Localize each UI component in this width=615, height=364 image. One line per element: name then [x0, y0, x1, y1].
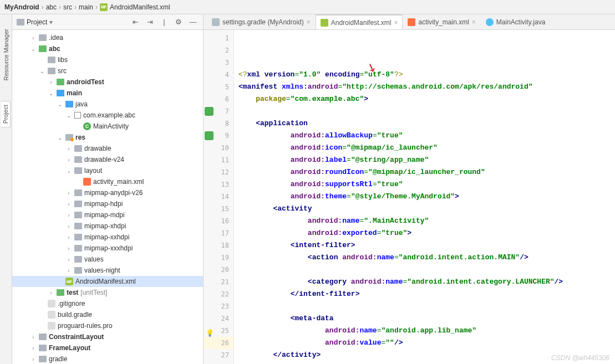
line-number[interactable]: 25💡 [204, 325, 233, 337]
tree-item[interactable]: ⌄res [12, 132, 203, 143]
tree-twisty-icon[interactable]: › [65, 146, 72, 152]
code-line[interactable]: <action android:name="android.intent.act… [238, 252, 611, 264]
breadcrumb-item[interactable]: AndroidManifest.xml [110, 3, 170, 11]
tree-item[interactable]: ›values [12, 254, 203, 265]
line-number[interactable]: 20 [204, 264, 233, 276]
tree-twisty-icon[interactable]: › [65, 201, 72, 207]
line-number[interactable]: 8 [204, 117, 233, 130]
tree-twisty-icon[interactable]: ⌄ [65, 168, 72, 174]
tree-item[interactable]: ⌄abc [12, 43, 203, 54]
code-line[interactable]: android:allowBackup="true" [238, 130, 611, 142]
editor-tab[interactable]: MainActivity.java [481, 14, 550, 29]
gear-icon[interactable]: ⚙ [173, 17, 184, 28]
line-number[interactable]: 7 [204, 105, 233, 117]
editor-tab[interactable]: activity_main.xml× [403, 14, 480, 29]
tree-item[interactable]: ›androidTest [12, 76, 203, 88]
code-line[interactable]: android:name=".MainActivity" [238, 215, 611, 227]
tree-item[interactable]: proguard-rules.pro [12, 320, 203, 331]
code-line[interactable]: <intent-filter> [238, 239, 611, 252]
tree-twisty-icon[interactable]: ⌄ [65, 112, 72, 119]
tree-item[interactable]: build.gradle [12, 309, 203, 320]
tree-item[interactable]: ›.idea [12, 32, 203, 43]
line-number[interactable]: 15 [204, 203, 233, 215]
line-number[interactable]: 16 [204, 215, 233, 227]
tree-item[interactable]: ›mipmap-xxxhdpi [12, 243, 203, 254]
line-number[interactable]: 26 [204, 337, 233, 349]
tree-twisty-icon[interactable]: › [65, 268, 72, 274]
tree-twisty-icon[interactable]: › [30, 345, 37, 351]
editor-tab[interactable]: settings.gradle (MyAndroid)× [207, 14, 316, 29]
tree-item[interactable]: ⌄java [12, 99, 203, 110]
code-line[interactable]: <meta-data [238, 312, 611, 325]
tree-item[interactable]: ›gradle [12, 353, 203, 364]
tree-twisty-icon[interactable]: › [48, 290, 54, 296]
line-number[interactable]: 9 [204, 130, 233, 142]
line-number[interactable]: 6 [204, 93, 233, 105]
code-line[interactable]: android:theme="@style/Theme.MyAndroid"> [238, 191, 611, 203]
tree-twisty-icon[interactable]: › [30, 35, 37, 41]
tree-twisty-icon[interactable]: › [30, 334, 37, 340]
collapse-all-icon[interactable]: ⇤ [130, 17, 141, 28]
line-number[interactable]: 13 [204, 178, 233, 191]
tree-item[interactable]: ›mipmap-anydpi-v26 [12, 187, 203, 198]
tree-twisty-icon[interactable]: ⌄ [57, 135, 63, 141]
line-number[interactable]: 3 [204, 57, 233, 69]
tree-item[interactable]: activity_main.xml [12, 176, 203, 187]
line-number[interactable]: 14 [204, 191, 233, 203]
line-number[interactable]: 11 [204, 154, 233, 166]
tree-item[interactable]: ›mipmap-xhdpi [12, 221, 203, 232]
tree-item[interactable]: ⌄layout [12, 165, 203, 176]
code-line[interactable]: <application [238, 117, 611, 130]
tree-item[interactable]: ⌄main [12, 88, 203, 99]
tree-item[interactable]: ›mipmap-mdpi [12, 209, 203, 221]
tab-project[interactable]: Project [1, 101, 11, 127]
tree-item[interactable]: .gitignore [12, 298, 203, 309]
gutter-icon[interactable] [205, 131, 214, 140]
line-number[interactable]: 2 [204, 44, 233, 57]
tree-item[interactable]: libs [12, 54, 203, 65]
code-line[interactable]: </intent-filter> [238, 288, 611, 300]
breadcrumb-item[interactable]: src [63, 3, 72, 11]
tree-twisty-icon[interactable]: › [30, 356, 37, 362]
tree-twisty-icon[interactable]: ⌄ [57, 101, 63, 107]
tree-item[interactable]: ›test [unitTest] [12, 287, 203, 298]
line-number[interactable]: 12 [204, 166, 233, 178]
tree-item[interactable]: ›mipmap-hdpi [12, 198, 203, 209]
tree-twisty-icon[interactable]: › [65, 157, 72, 163]
tree-item[interactable]: ⌄src [12, 65, 203, 76]
line-number[interactable]: 17 [204, 227, 233, 239]
dropdown-icon[interactable]: ▾ [49, 18, 53, 26]
project-tree[interactable]: ›.idea⌄abclibs⌄src›androidTest⌄main⌄java… [12, 30, 203, 364]
code-line[interactable] [238, 300, 611, 312]
code-editor[interactable]: ↘ <?xml version="1.0" encoding="utf-8"?>… [234, 30, 615, 364]
tree-item[interactable]: ›drawable-v24 [12, 154, 203, 165]
breadcrumb-item[interactable]: main [79, 3, 93, 11]
tree-item[interactable]: MFAndroidManifest.xml [12, 276, 203, 287]
gutter-icon[interactable] [205, 107, 214, 116]
tree-item[interactable]: ›values-night [12, 265, 203, 276]
line-number[interactable]: 21 [204, 276, 233, 288]
tree-twisty-icon[interactable]: ⌄ [39, 68, 45, 74]
code-line[interactable]: android:label="@string/app_name" [238, 154, 611, 166]
hide-icon[interactable]: — [187, 17, 199, 28]
line-number[interactable]: 19 [204, 252, 233, 264]
code-line[interactable]: android:icon="@mipmap/ic_launcher" [238, 142, 611, 154]
code-line[interactable]: android:value=""/> [238, 337, 611, 349]
code-line[interactable]: android:roundIcon="@mipmap/ic_launcher_r… [238, 166, 611, 178]
line-number[interactable]: 1 [204, 32, 233, 44]
line-number[interactable]: 5 [204, 81, 233, 93]
code-line[interactable]: <category android:name="android.intent.c… [238, 276, 611, 288]
tree-twisty-icon[interactable]: › [65, 234, 72, 240]
tree-item[interactable]: ›ConstraintLayout [12, 331, 203, 342]
tree-item[interactable]: ⌄com.example.abc [12, 110, 203, 121]
expand-all-icon[interactable]: ⇥ [144, 17, 155, 28]
tab-resource-manager[interactable]: Resource Manager [2, 25, 11, 84]
line-number[interactable]: 22 [204, 288, 233, 300]
tree-item[interactable]: ›mipmap-xxhdpi [12, 232, 203, 243]
code-line[interactable]: <activity [238, 203, 611, 215]
breadcrumb-item[interactable]: abc [46, 3, 57, 11]
tree-twisty-icon[interactable]: › [48, 79, 54, 85]
line-number[interactable]: 18 [204, 239, 233, 252]
line-number[interactable]: 23 [204, 300, 233, 312]
tree-twisty-icon[interactable]: › [65, 190, 72, 196]
